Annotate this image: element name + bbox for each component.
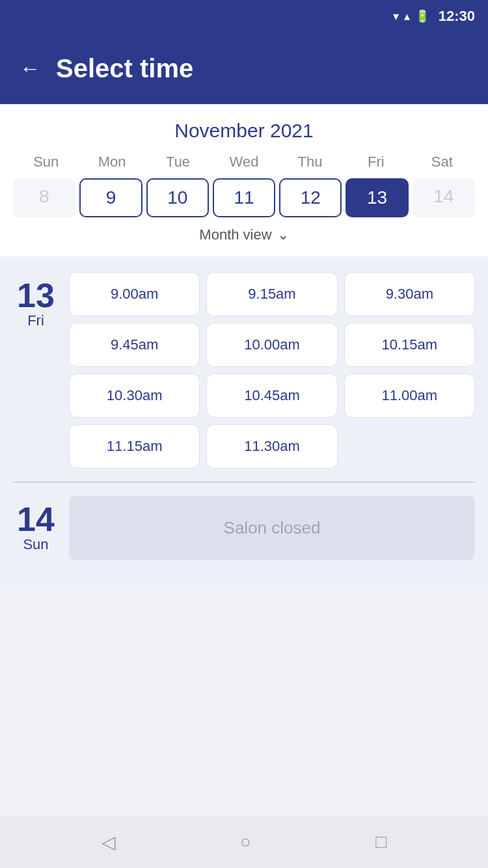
calendar-section: November 2021 SunMonTueWedThuFriSat 8910…: [0, 104, 488, 256]
status-bar: ▾ ▴ 🔋 12:30: [0, 0, 488, 33]
day-block: 13 Fri 9.00am9.15am9.30am9.45am10.00am10…: [13, 272, 475, 468]
time-slot[interactable]: 9.15am: [206, 272, 337, 316]
calendar-day[interactable]: 13: [346, 178, 408, 217]
weekday-label: Mon: [79, 154, 144, 170]
calendar-day[interactable]: 8: [13, 178, 75, 217]
day-number: 13: [17, 278, 55, 312]
battery-icon: 🔋: [415, 9, 429, 23]
time-slot[interactable]: 9.45am: [69, 323, 200, 367]
weekday-label: Tue: [145, 154, 211, 170]
weekday-label: Sat: [409, 154, 475, 170]
time-slot[interactable]: 9.00am: [69, 272, 200, 316]
time-slots-grid: 9.00am9.15am9.30am9.45am10.00am10.15am10…: [69, 272, 475, 468]
time-slot[interactable]: 10.45am: [206, 373, 337, 418]
weekday-label: Sun: [13, 154, 79, 170]
weekday-row: SunMonTueWedThuFriSat: [13, 154, 475, 170]
day-number-col: 14 Sun: [13, 496, 59, 560]
calendar-day[interactable]: 12: [279, 178, 342, 217]
time-slot[interactable]: 9.30am: [344, 272, 475, 316]
weekday-label: Fri: [343, 154, 409, 170]
header: ← Select time: [0, 33, 488, 104]
back-button[interactable]: ←: [20, 58, 40, 79]
time-slot[interactable]: 10.00am: [206, 323, 337, 367]
day-name: Sun: [23, 536, 48, 553]
home-nav-icon[interactable]: ○: [240, 832, 251, 852]
month-view-toggle[interactable]: Month view ⌄: [13, 217, 475, 246]
weekday-label: Thu: [277, 154, 343, 170]
day-number: 14: [17, 502, 55, 536]
chevron-down-icon: ⌄: [277, 226, 289, 243]
time-slot[interactable]: 11.30am: [206, 424, 337, 468]
time-slot[interactable]: 10.15am: [344, 323, 475, 367]
time-slot[interactable]: 11.15am: [69, 424, 200, 468]
calendar-day[interactable]: 10: [146, 178, 209, 217]
recent-nav-icon[interactable]: □: [375, 832, 386, 852]
wifi-icon: ▾: [393, 9, 399, 23]
page-title: Select time: [56, 54, 193, 83]
month-view-label: Month view: [199, 226, 271, 243]
status-time: 12:30: [439, 8, 475, 25]
days-row: 891011121314: [13, 178, 475, 217]
calendar-day[interactable]: 9: [79, 178, 142, 217]
time-section: 13 Fri 9.00am9.15am9.30am9.45am10.00am10…: [0, 259, 488, 586]
calendar-day[interactable]: 14: [413, 178, 475, 217]
month-label: November 2021: [13, 120, 475, 142]
calendar-day[interactable]: 11: [213, 178, 275, 217]
time-slot[interactable]: 11.00am: [344, 373, 475, 418]
day-block: 14 Sun Salon closed: [13, 496, 475, 560]
salon-closed-box: Salon closed: [69, 496, 475, 560]
back-nav-icon[interactable]: ◁: [102, 832, 116, 853]
weekday-label: Wed: [211, 154, 277, 170]
signal-icon: ▴: [404, 9, 410, 23]
day-name: Fri: [27, 312, 44, 329]
section-divider: [13, 481, 475, 483]
day-number-col: 13 Fri: [13, 272, 59, 468]
time-slot[interactable]: 10.30am: [69, 373, 200, 418]
bottom-nav: ◁ ○ □: [0, 816, 488, 868]
